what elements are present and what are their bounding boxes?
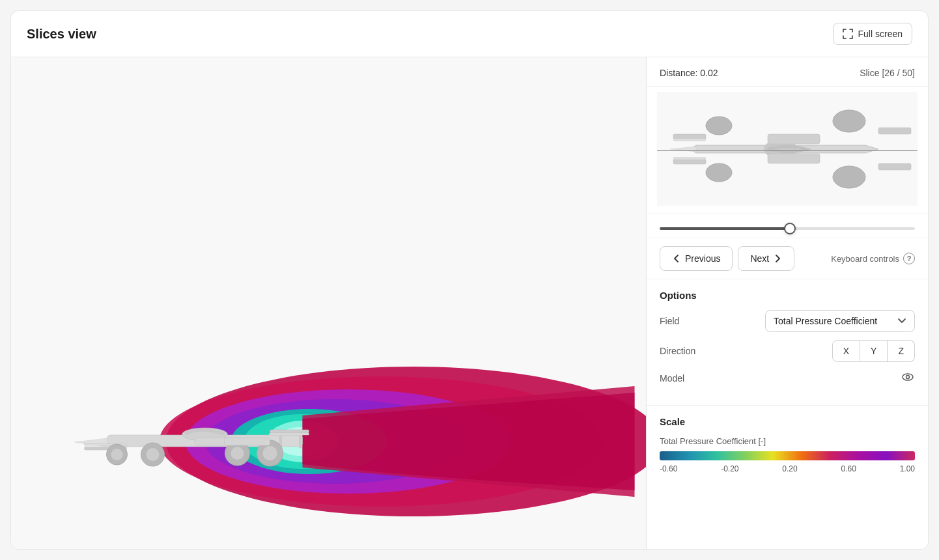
- outer-container: Slices view Full screen: [0, 0, 939, 560]
- scale-ticks: -0.60 -0.20 0.20 0.60 1.00: [660, 464, 915, 473]
- field-label: Field: [660, 316, 679, 326]
- svg-point-41: [906, 376, 910, 379]
- car-thumbnail: [647, 87, 928, 214]
- slice-slider-track[interactable]: [660, 227, 915, 230]
- model-visibility-toggle[interactable]: [901, 370, 915, 387]
- scale-gradient-bar: [660, 451, 915, 460]
- direction-buttons: X Y Z: [832, 340, 915, 362]
- fullscreen-button[interactable]: Full screen: [833, 23, 912, 45]
- model-option-row: Model: [660, 370, 915, 387]
- svg-rect-12: [270, 430, 309, 433]
- svg-point-34: [706, 117, 732, 135]
- slice-label: Slice [26 / 50]: [860, 68, 915, 78]
- svg-rect-30: [673, 139, 706, 141]
- direction-y-button[interactable]: Y: [860, 340, 888, 362]
- right-panel: Distance: 0.02 Slice [26 / 50]: [647, 57, 928, 549]
- direction-option-row: Direction X Y Z: [660, 340, 915, 362]
- options-section: Options Field Total Pressure Coefficient: [647, 279, 928, 406]
- card-header: Slices view Full screen: [11, 11, 928, 57]
- distance-label: Distance: 0.02: [660, 68, 718, 78]
- arrow-right-icon: [773, 254, 782, 263]
- field-option-row: Field Total Pressure Coefficient: [660, 310, 915, 332]
- next-button[interactable]: Next: [738, 246, 794, 271]
- main-card: Slices view Full screen: [10, 10, 929, 550]
- scale-section: Scale Total Pressure Coefficient [-] -0.…: [647, 406, 928, 484]
- page-title: Slices view: [27, 27, 96, 42]
- scale-tick-4: 1.00: [900, 464, 915, 473]
- svg-point-23: [231, 447, 244, 460]
- keyboard-controls-hint[interactable]: Keyboard controls ?: [831, 253, 915, 264]
- arrow-left-icon: [672, 254, 681, 263]
- scale-title: Scale: [660, 416, 915, 427]
- svg-rect-38: [768, 134, 820, 144]
- slider-thumb[interactable]: [784, 223, 796, 234]
- car-top-view: [657, 92, 918, 206]
- svg-rect-32: [878, 128, 911, 134]
- direction-x-button[interactable]: X: [832, 340, 860, 362]
- svg-rect-29: [673, 159, 706, 164]
- fullscreen-icon: [843, 29, 853, 39]
- svg-rect-33: [878, 163, 911, 170]
- svg-rect-28: [673, 134, 706, 139]
- svg-rect-39: [768, 154, 820, 163]
- svg-rect-31: [673, 157, 706, 160]
- scale-tick-0: -0.60: [660, 464, 677, 473]
- slice-header: Distance: 0.02 Slice [26 / 50]: [647, 57, 928, 87]
- direction-label: Direction: [660, 346, 695, 356]
- slider-fill: [660, 227, 790, 230]
- svg-point-19: [111, 449, 123, 460]
- svg-point-36: [833, 110, 865, 132]
- svg-point-17: [147, 448, 160, 461]
- svg-point-37: [833, 166, 865, 188]
- scale-field-label: Total Pressure Coefficient [-]: [660, 436, 915, 446]
- content-area: Distance: 0.02 Slice [26 / 50]: [11, 57, 928, 549]
- svg-rect-13: [270, 433, 309, 435]
- field-select[interactable]: Total Pressure Coefficient: [765, 310, 915, 332]
- chevron-down-icon: [897, 316, 906, 326]
- help-icon: ?: [903, 253, 915, 264]
- previous-button[interactable]: Previous: [660, 246, 733, 271]
- cfd-visualization: [11, 315, 646, 529]
- nav-section: Previous Next Keyboard controls ?: [647, 238, 928, 279]
- options-title: Options: [660, 290, 915, 301]
- direction-z-button[interactable]: Z: [888, 340, 915, 362]
- svg-point-35: [706, 163, 732, 182]
- svg-rect-25: [225, 438, 270, 445]
- slider-section: [647, 214, 928, 238]
- scale-tick-1: -0.20: [721, 464, 738, 473]
- svg-point-21: [263, 446, 277, 460]
- eye-icon: [901, 370, 915, 384]
- svg-point-40: [903, 374, 913, 380]
- scale-tick-3: 0.60: [841, 464, 856, 473]
- scale-bar-container: Total Pressure Coefficient [-] -0.60 -0.…: [660, 436, 915, 473]
- visualization-panel: [11, 57, 647, 549]
- scale-tick-2: 0.20: [782, 464, 797, 473]
- model-label: Model: [660, 373, 684, 384]
- svg-rect-15: [300, 436, 301, 448]
